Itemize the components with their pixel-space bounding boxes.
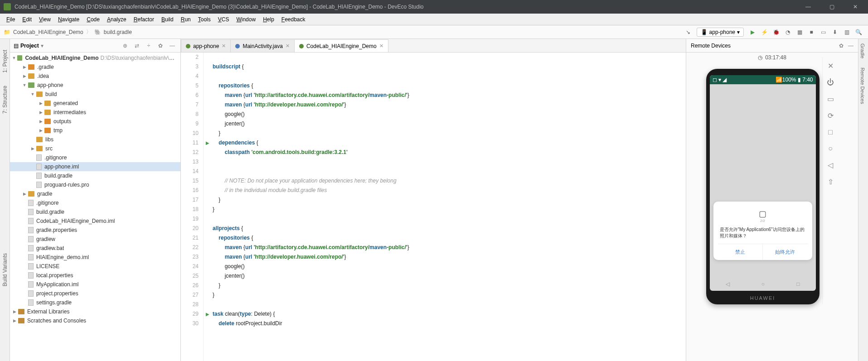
panel-settings-icon[interactable]: ✿ xyxy=(839,43,844,49)
tree-node[interactable]: LICENSE xyxy=(10,262,180,271)
menu-analyze[interactable]: Analyze xyxy=(104,15,129,24)
rotate-icon[interactable]: ⟳ xyxy=(828,111,834,120)
hide-icon[interactable]: — xyxy=(168,43,177,49)
home-icon[interactable]: □ xyxy=(828,128,833,136)
menu-edit[interactable]: Edit xyxy=(19,15,34,24)
project-view-title[interactable]: Project xyxy=(20,43,39,49)
debug-button[interactable]: 🐞 xyxy=(770,26,782,38)
menu-bar: FileEditViewNavigateCodeAnalyzeRefactorB… xyxy=(0,14,868,25)
minimize-button[interactable]: — xyxy=(799,0,817,14)
profile-icon[interactable]: ◔ xyxy=(782,26,794,38)
circle-icon[interactable]: ○ xyxy=(828,144,833,153)
close-button[interactable]: ✕ xyxy=(846,0,864,14)
tree-node[interactable]: ▶.idea xyxy=(10,72,180,81)
tree-node[interactable]: proguard-rules.pro xyxy=(10,180,180,189)
tree-node[interactable]: project.properties xyxy=(10,289,180,298)
breadcrumb[interactable]: 📁CodeLab_HIAIEngine_Demo 〉 🐘build.gradle xyxy=(4,28,132,36)
expand-icon[interactable]: ⇄ xyxy=(132,43,141,49)
tree-node[interactable]: .gitignore xyxy=(10,198,180,207)
tree-node[interactable]: ▶.gradle xyxy=(10,63,180,72)
tree-scratches[interactable]: ▶Scratches and Consoles xyxy=(10,316,180,325)
code-content[interactable]: buildscript { repositories { maven {url … xyxy=(204,53,686,361)
close-tab-icon[interactable]: ✕ xyxy=(222,43,226,49)
tab-project[interactable]: 1: Project xyxy=(2,48,8,75)
tree-node[interactable]: build.gradle xyxy=(10,171,180,180)
allow-button[interactable]: 始终允许 xyxy=(763,244,808,260)
tree-root[interactable]: ▼CodeLab_HIAIEngine_DemoD:\DS\tuxiangcha… xyxy=(10,53,180,63)
nav-bar: 📁CodeLab_HIAIEngine_Demo 〉 🐘build.gradle… xyxy=(0,25,868,39)
volume-icon[interactable]: ▭ xyxy=(827,95,834,103)
tree-node[interactable]: CodeLab_HIAIEngine_Demo.iml xyxy=(10,217,180,226)
device-selector[interactable]: 📱app-phone▾ xyxy=(697,28,744,37)
upload-icon[interactable]: ⇧ xyxy=(828,178,834,186)
avd-icon[interactable]: ▭ xyxy=(817,26,829,38)
menu-view[interactable]: View xyxy=(36,15,53,24)
tree-ext_libs[interactable]: ▶External Libraries xyxy=(10,307,180,316)
tree-node[interactable]: ▶intermediates xyxy=(10,108,180,117)
menu-code[interactable]: Code xyxy=(84,15,102,24)
tab-structure[interactable]: 7: Structure xyxy=(2,84,8,116)
project-tree[interactable]: ▼CodeLab_HIAIEngine_DemoD:\DS\tuxiangcha… xyxy=(10,53,180,361)
menu-refactor[interactable]: Refactor xyxy=(131,15,157,24)
search-icon[interactable]: 🔍 xyxy=(853,26,864,38)
breadcrumb-file[interactable]: build.gradle xyxy=(104,29,132,35)
attach-icon[interactable]: ▦ xyxy=(794,26,805,38)
tab-remote-devices[interactable]: Remote Devices xyxy=(858,63,867,109)
tree-node[interactable]: ▶tmp xyxy=(10,126,180,135)
tree-node[interactable]: ▶gradle xyxy=(10,189,180,198)
editor-tab[interactable]: MainActivity.java✕ xyxy=(230,39,294,52)
tree-node[interactable]: libs xyxy=(10,135,180,144)
tree-node[interactable]: ▶generated xyxy=(10,99,180,108)
run-button[interactable]: ▶ xyxy=(747,26,758,38)
menu-feedback[interactable]: Feedback xyxy=(279,15,308,24)
stop-button[interactable]: ■ xyxy=(805,26,817,38)
tree-node[interactable]: .gitignore xyxy=(10,153,180,162)
menu-run[interactable]: Run xyxy=(178,15,194,24)
tree-node[interactable]: gradlew xyxy=(10,235,180,244)
panel-hide-icon[interactable]: — xyxy=(848,43,853,49)
menu-tools[interactable]: Tools xyxy=(195,15,213,24)
device-label: app-phone xyxy=(709,29,735,35)
right-tool-strip: Gradle Remote Devices xyxy=(858,39,868,361)
sync-icon[interactable]: ↘ xyxy=(682,26,694,38)
remote-devices-panel: Remote Devices ✿ — ◷03:17:48 ◻ ▾ ◢📶100% … xyxy=(686,39,858,361)
close-device-icon[interactable]: ✕ xyxy=(828,62,834,70)
tree-node[interactable]: local.properties xyxy=(10,271,180,280)
select-opened-icon[interactable]: ⊕ xyxy=(121,43,130,49)
tree-node[interactable]: app-phone.iml xyxy=(10,162,180,171)
menu-window[interactable]: Window xyxy=(233,15,258,24)
deny-button[interactable]: 禁止 xyxy=(718,244,763,260)
close-tab-icon[interactable]: ✕ xyxy=(286,43,290,49)
structure-icon[interactable]: ▥ xyxy=(841,26,853,38)
tree-node[interactable]: MyApplication.iml xyxy=(10,280,180,289)
menu-help[interactable]: Help xyxy=(260,15,277,24)
menu-navigate[interactable]: Navigate xyxy=(55,15,82,24)
maximize-button[interactable]: ▢ xyxy=(823,0,841,14)
apply-icon[interactable]: ⚡ xyxy=(758,26,770,38)
tab-gradle[interactable]: Gradle xyxy=(858,39,867,63)
tree-node[interactable]: HIAIEngine_demo.iml xyxy=(10,253,180,262)
device-nav-bar[interactable]: ◁○□ xyxy=(710,277,816,291)
settings-icon[interactable]: ✿ xyxy=(156,43,165,49)
breadcrumb-root[interactable]: CodeLab_HIAIEngine_Demo xyxy=(13,29,83,35)
tree-node[interactable]: ▼app-phone xyxy=(10,81,180,90)
editor-tab[interactable]: app-phone✕ xyxy=(181,39,231,52)
tree-node[interactable]: ▶outputs xyxy=(10,117,180,126)
tree-node[interactable]: gradle.properties xyxy=(10,226,180,235)
tree-node[interactable]: ▶src xyxy=(10,144,180,153)
close-tab-icon[interactable]: ✕ xyxy=(379,43,383,49)
line-gutter[interactable]: 2345678910▶11121314151617181920212223242… xyxy=(181,53,204,361)
menu-vcs[interactable]: VCS xyxy=(215,15,232,24)
tree-node[interactable]: gradlew.bat xyxy=(10,244,180,253)
tree-node[interactable]: ▼build xyxy=(10,90,180,99)
collapse-icon[interactable]: ÷ xyxy=(144,43,153,49)
power-icon[interactable]: ⏻ xyxy=(827,78,834,87)
tree-node[interactable]: settings.gradle xyxy=(10,298,180,307)
menu-file[interactable]: File xyxy=(4,15,18,24)
tree-node[interactable]: build.gradle xyxy=(10,207,180,217)
editor-tab[interactable]: CodeLab_HIAIEngine_Demo✕ xyxy=(294,39,388,52)
sdk-icon[interactable]: ⬇ xyxy=(829,26,841,38)
tab-build-variants[interactable]: Build Variants xyxy=(2,251,8,288)
back-icon[interactable]: ◁ xyxy=(828,161,833,169)
menu-build[interactable]: Build xyxy=(159,15,176,24)
